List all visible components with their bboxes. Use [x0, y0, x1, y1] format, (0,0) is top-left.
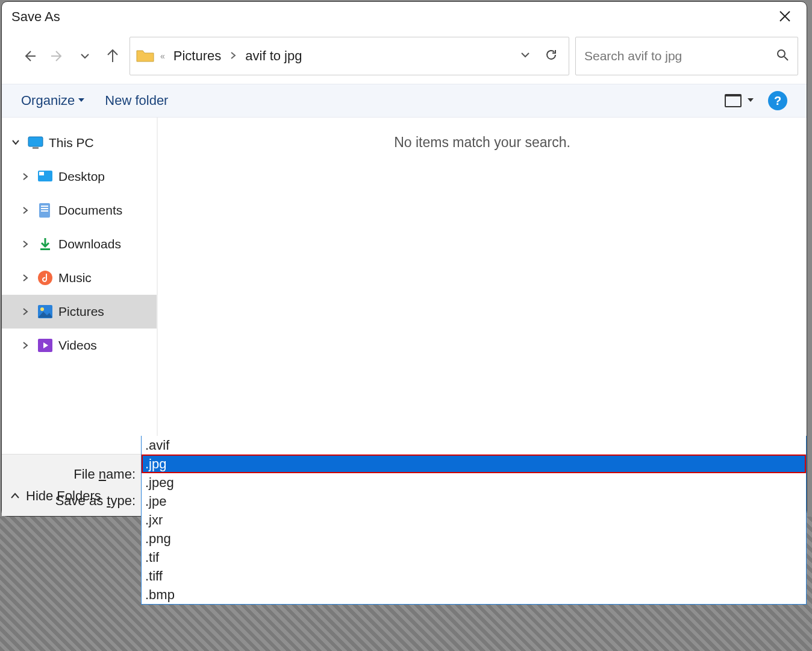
- caret-down-icon: [78, 98, 84, 103]
- organize-button[interactable]: Organize: [21, 93, 84, 108]
- file-list-area: No items match your search.: [157, 118, 807, 454]
- chevron-right-icon[interactable]: [19, 239, 32, 250]
- svg-rect-9: [40, 248, 50, 250]
- savetype-option[interactable]: .jxr: [142, 511, 806, 529]
- chevron-right-icon[interactable]: [19, 341, 32, 351]
- help-icon: ?: [774, 94, 781, 108]
- tree-item-documents[interactable]: Documents: [2, 193, 157, 227]
- savetype-option[interactable]: .tiff: [142, 567, 806, 585]
- chevron-right-icon[interactable]: [19, 307, 32, 317]
- chevron-right-icon: [228, 51, 238, 61]
- breadcrumb-parent[interactable]: Pictures: [171, 47, 223, 65]
- chevron-right-icon[interactable]: [19, 172, 32, 182]
- dialog-title: Save As: [11, 9, 60, 25]
- tree-label: Desktop: [58, 169, 105, 184]
- filename-label: File name:: [9, 467, 138, 482]
- chevron-down-icon[interactable]: [9, 138, 22, 148]
- savetype-option[interactable]: .jpe: [142, 492, 806, 511]
- folder-icon: [136, 47, 154, 65]
- savetype-option[interactable]: .jpeg: [142, 473, 806, 492]
- svg-point-12: [40, 307, 44, 311]
- monitor-icon: [27, 134, 44, 151]
- empty-message: No items match your search.: [158, 134, 807, 151]
- breadcrumb-ellipsis: «: [159, 51, 166, 61]
- pictures-icon: [37, 303, 54, 320]
- svg-point-0: [778, 50, 785, 57]
- svg-rect-8: [41, 210, 48, 212]
- up-button[interactable]: [102, 45, 123, 67]
- tree-label: Videos: [58, 338, 97, 353]
- address-history-button[interactable]: [516, 50, 535, 62]
- tree-item-downloads[interactable]: Downloads: [2, 227, 157, 261]
- search-icon[interactable]: [776, 48, 789, 64]
- save-as-dialog: Save As « Pictures avif to jpg: [1, 1, 807, 517]
- tree-item-music[interactable]: Music: [2, 261, 157, 295]
- tree-root-this-pc[interactable]: This PC: [2, 126, 157, 160]
- desktop-icon: [37, 168, 54, 185]
- videos-icon: [37, 337, 54, 354]
- tree-item-desktop[interactable]: Desktop: [2, 160, 157, 193]
- address-bar[interactable]: « Pictures avif to jpg: [130, 37, 569, 75]
- tree-item-pictures[interactable]: Pictures: [2, 295, 157, 329]
- view-icon: [725, 94, 742, 107]
- tree-label: This PC: [49, 136, 94, 150]
- toolbar: Organize New folder ?: [2, 84, 807, 118]
- help-button[interactable]: ?: [768, 91, 787, 110]
- new-folder-button[interactable]: New folder: [105, 93, 168, 108]
- download-icon: [37, 236, 54, 253]
- savetype-option[interactable]: .png: [142, 529, 806, 548]
- tree-label: Music: [58, 271, 92, 285]
- svg-rect-4: [39, 172, 44, 175]
- savetype-option[interactable]: .bmp: [142, 585, 806, 604]
- tree-label: Documents: [58, 203, 122, 218]
- titlebar: Save As: [2, 2, 807, 28]
- refresh-icon: [545, 48, 558, 61]
- hide-folders-button[interactable]: Hide Folders: [10, 488, 101, 504]
- back-button[interactable]: [19, 45, 40, 67]
- caret-down-icon: [748, 98, 754, 103]
- refresh-button[interactable]: [540, 48, 563, 64]
- search-input[interactable]: [584, 49, 770, 63]
- chevron-right-icon[interactable]: [19, 206, 32, 216]
- tree-label: Downloads: [58, 237, 121, 251]
- view-button[interactable]: [725, 94, 754, 107]
- nav-tree: This PC Desktop Documents Downloads Mus: [2, 118, 157, 454]
- savetype-option[interactable]: .jpg: [142, 454, 806, 473]
- arrow-up-icon: [105, 49, 120, 63]
- arrow-left-icon: [22, 49, 37, 63]
- recent-locations-button[interactable]: [74, 45, 96, 67]
- chevron-up-icon: [10, 492, 20, 500]
- music-icon: [37, 269, 54, 286]
- chevron-down-icon: [520, 50, 530, 60]
- breadcrumb-current[interactable]: avif to jpg: [243, 47, 304, 65]
- svg-rect-7: [41, 208, 48, 209]
- arrow-right-icon: [50, 49, 64, 63]
- tree-item-videos[interactable]: Videos: [2, 329, 157, 362]
- nav-row: « Pictures avif to jpg: [2, 28, 807, 84]
- close-icon: [779, 10, 791, 22]
- documents-icon: [37, 202, 54, 219]
- search-box[interactable]: [575, 37, 798, 75]
- savetype-dropdown[interactable]: .avif.jpg.jpeg.jpe.jxr.png.tif.tiff.bmp: [141, 436, 807, 605]
- close-button[interactable]: [773, 5, 797, 29]
- svg-rect-6: [41, 206, 48, 207]
- savetype-option[interactable]: .tif: [142, 548, 806, 567]
- tree-label: Pictures: [58, 304, 104, 319]
- chevron-right-icon[interactable]: [19, 273, 32, 283]
- svg-rect-1: [28, 137, 43, 146]
- forward-button[interactable]: [46, 45, 68, 67]
- chevron-down-icon: [80, 51, 90, 61]
- svg-rect-2: [33, 147, 39, 149]
- savetype-option[interactable]: .avif: [142, 436, 806, 454]
